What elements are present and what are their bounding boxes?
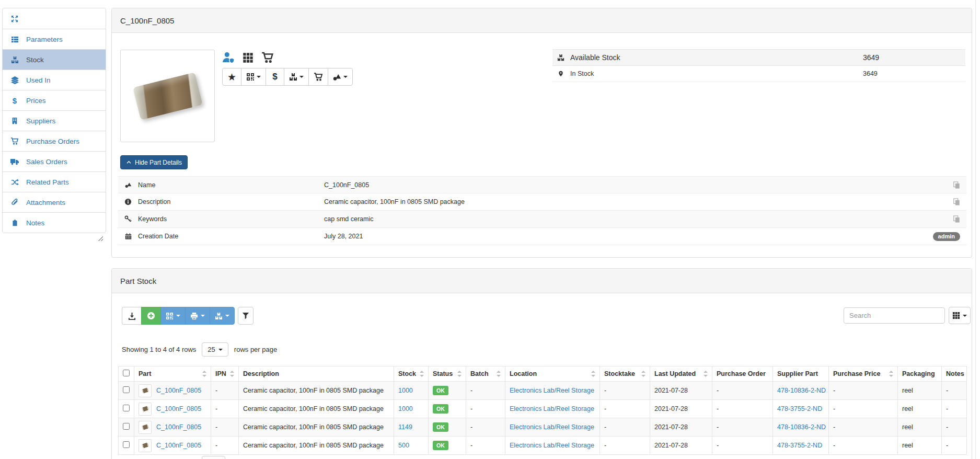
- col-packaging[interactable]: Packaging: [898, 366, 942, 382]
- printer-icon: [190, 312, 198, 320]
- row-select-checkbox[interactable]: [123, 405, 130, 411]
- sidebar-item-attachments[interactable]: Attachments: [3, 192, 106, 212]
- location-link[interactable]: Electronics Lab/Reel Storage: [510, 387, 594, 394]
- col-stocktake[interactable]: Stocktake: [600, 366, 650, 382]
- pagination-info: Showing 1 to 4 of 4 rows 25 rows per pag…: [122, 342, 277, 357]
- part-link[interactable]: C_100nF_0805: [156, 423, 201, 431]
- part-link[interactable]: C_100nF_0805: [156, 405, 201, 412]
- stocktake-cell: -: [600, 437, 650, 455]
- caret-down-icon: [963, 315, 967, 317]
- layers-icon: [10, 76, 19, 84]
- sidebar-item-stock[interactable]: Stock: [3, 49, 106, 70]
- part-link[interactable]: C_100nF_0805: [156, 442, 201, 449]
- page-size-dropdown-bottom[interactable]: 25: [202, 456, 225, 459]
- pricing-button[interactable]: $: [266, 68, 284, 86]
- supplier-part-link[interactable]: 478-3755-2-ND: [777, 405, 822, 412]
- barcode-actions-button[interactable]: [160, 307, 186, 325]
- col-last-updated[interactable]: Last Updated: [650, 366, 712, 382]
- order-part-button[interactable]: [308, 68, 328, 86]
- sidebar-item-parameters[interactable]: Parameters: [3, 29, 106, 49]
- copy-icon[interactable]: [953, 198, 960, 205]
- stock-item-link[interactable]: 1149: [398, 423, 412, 431]
- part-thumbnail: [139, 384, 152, 397]
- notes-cell: -: [942, 437, 967, 455]
- col-supplier-part[interactable]: Supplier Part: [773, 366, 829, 382]
- sidebar-item-suppliers[interactable]: Suppliers: [3, 110, 106, 131]
- part-link[interactable]: C_100nF_0805: [156, 387, 201, 394]
- stock-item-link[interactable]: 1000: [398, 405, 413, 412]
- caret-down-icon: [201, 315, 205, 317]
- dollar-icon: $: [272, 72, 277, 82]
- col-status[interactable]: Status: [429, 366, 466, 382]
- packaging-cell: reel: [898, 437, 942, 455]
- favorite-button[interactable]: ★: [222, 68, 241, 86]
- select-all-checkbox[interactable]: [123, 370, 130, 376]
- col-stock[interactable]: Stock: [394, 366, 429, 382]
- stock-cubes-icon: [215, 312, 223, 320]
- column-select-button[interactable]: [949, 307, 971, 324]
- detail-label: Name: [138, 181, 155, 189]
- row-select-checkbox[interactable]: [123, 386, 130, 393]
- part-image[interactable]: [120, 50, 215, 142]
- col-description[interactable]: Description: [239, 366, 394, 382]
- caret-down-icon: [257, 76, 261, 78]
- table-row: C_100nF_0805 - Ceramic capacitor, 100nF …: [119, 382, 967, 400]
- page-size-dropdown[interactable]: 25: [202, 342, 228, 357]
- part-thumbnail: [139, 403, 152, 416]
- info-icon: [124, 198, 132, 205]
- sidebar-item-notes[interactable]: Notes: [3, 212, 106, 233]
- copy-icon[interactable]: [953, 215, 960, 223]
- grid-icon[interactable]: [243, 52, 253, 63]
- stock-options-button[interactable]: [210, 307, 235, 325]
- supplier-part-link[interactable]: 478-3755-2-ND: [777, 442, 822, 449]
- sidebar-item-prices[interactable]: $ Prices: [3, 90, 106, 110]
- filter-button[interactable]: [238, 307, 253, 325]
- col-purchase-price[interactable]: Purchase Price: [829, 366, 898, 382]
- sidebar-item-sales-orders[interactable]: Sales Orders: [3, 151, 106, 171]
- supplier-part-link[interactable]: 478-10836-2-ND: [777, 387, 826, 394]
- col-ipn[interactable]: IPN: [211, 366, 239, 382]
- detail-value: Ceramic capacitor, 100nF in 0805 SMD pac…: [324, 198, 465, 205]
- purchase-order-cell: -: [712, 400, 773, 418]
- location-link[interactable]: Electronics Lab/Reel Storage: [510, 405, 594, 412]
- col-location[interactable]: Location: [505, 366, 600, 382]
- ipn-cell: -: [211, 382, 239, 400]
- sidebar-resize-handle[interactable]: [97, 235, 103, 241]
- stock-actions-button[interactable]: [284, 68, 309, 86]
- detail-label: Description: [138, 198, 171, 205]
- barcode-actions-button[interactable]: [241, 68, 266, 86]
- stock-item-link[interactable]: 500: [398, 442, 409, 449]
- row-select-checkbox[interactable]: [123, 423, 130, 430]
- hide-part-details-button[interactable]: Hide Part Details: [120, 155, 188, 169]
- sidebar-item-label: Parameters: [26, 36, 63, 43]
- part-thumbnail: [139, 439, 152, 452]
- sidebar-item-related-parts[interactable]: Related Parts: [3, 171, 106, 192]
- sidebar-toggle-button[interactable]: [3, 8, 106, 29]
- copy-icon[interactable]: [953, 181, 960, 189]
- purchase-order-cell: -: [712, 437, 773, 455]
- hide-part-details-label: Hide Part Details: [135, 159, 182, 166]
- location-link[interactable]: Electronics Lab/Reel Storage: [510, 442, 594, 449]
- col-batch[interactable]: Batch: [466, 366, 505, 382]
- stock-item-link[interactable]: 1000: [398, 387, 413, 394]
- new-stock-item-button[interactable]: [141, 307, 161, 325]
- sidebar-item-label: Suppliers: [26, 117, 55, 125]
- sidebar-item-used-in[interactable]: Used In: [3, 70, 106, 90]
- purchase-order-cell: -: [712, 382, 773, 400]
- capacitor-image: [133, 72, 203, 120]
- row-select-checkbox[interactable]: [123, 441, 130, 448]
- stocktake-cell: -: [600, 382, 650, 400]
- col-purchase-order[interactable]: Purchase Order: [712, 366, 773, 382]
- supplier-part-link[interactable]: 478-10836-2-ND: [777, 423, 826, 431]
- export-button[interactable]: [122, 307, 142, 325]
- description-cell: Ceramic capacitor, 100nF in 0805 SMD pac…: [239, 437, 394, 455]
- sidebar-item-purchase-orders[interactable]: Purchase Orders: [3, 131, 106, 151]
- user-shield-icon[interactable]: [222, 51, 235, 64]
- part-edit-actions-button[interactable]: [328, 68, 353, 86]
- col-part[interactable]: Part: [134, 366, 211, 382]
- col-notes[interactable]: Notes: [942, 366, 967, 382]
- search-input[interactable]: [844, 307, 945, 324]
- print-actions-button[interactable]: [185, 307, 210, 325]
- location-link[interactable]: Electronics Lab/Reel Storage: [510, 423, 594, 431]
- cart-icon[interactable]: [261, 51, 274, 64]
